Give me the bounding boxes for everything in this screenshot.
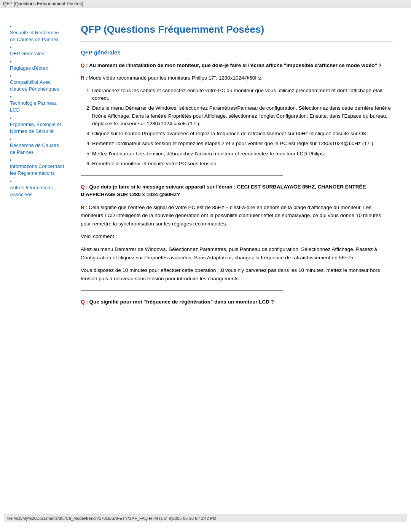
q3-question-text: : Que signifie pour moi "fréquence de ré…	[86, 299, 274, 305]
list-item: Mettez l'ordinateur hors tension, débran…	[92, 150, 392, 158]
sidebar-item: Informations Concernant les Réglementati…	[10, 157, 65, 177]
sidebar-link[interactable]: Recherche de Causes de Pannes	[10, 142, 65, 156]
q1-intro-text: : Mode vidéo recommandé pour les moniteu…	[86, 75, 263, 81]
list-item: Remettez le moniteur et ensuite votre PC…	[92, 160, 392, 168]
sidebar-item: Recherche de Causes de Pannes	[10, 136, 65, 156]
sidebar-item: Compatibilité Avec d'autres Périphérique…	[10, 73, 65, 93]
title-bar-text: QFP (Questions Fréquemment Posées)	[3, 1, 83, 6]
q1-label: Q	[81, 62, 85, 68]
section-divider-2	[81, 290, 283, 291]
sidebar-link[interactable]: Informations Concernant les Réglementati…	[10, 163, 65, 177]
r1-label: R	[81, 75, 84, 81]
list-item: Débranchez tous les câbles et connectez …	[92, 87, 392, 102]
sidebar-item: Technologie Panneau LCD	[10, 94, 65, 113]
q2-voici: Voici comment :	[81, 232, 392, 241]
sidebar-item: Réglages d'écran	[10, 59, 65, 72]
sidebar-item: Sécurité et Recherche de Causes de Panne…	[10, 24, 65, 43]
sidebar-link[interactable]: Ergonomie, Écologie et Normes de Sécurit…	[10, 121, 65, 135]
q1-answer-intro: R : Mode vidéo recommandé pour les monit…	[81, 74, 392, 82]
question-2-text: Q : Que dois-je faire si le message suiv…	[81, 183, 392, 199]
q2-answer-para1: R : Cela signifie que l'entrée de signal…	[81, 203, 392, 228]
sidebar-item: Ergonomie, Écologie et Normes de Sécurit…	[10, 115, 65, 135]
question-block-2: Q : Que dois-je faire si le message suiv…	[81, 183, 392, 283]
q2-answer-para2: Allez au menu Démarrer de Windows. Sélec…	[81, 245, 392, 262]
sidebar-link[interactable]: Autres Informations Associées	[10, 184, 65, 198]
q1-question-text: : Au moment de l'installation de mon mon…	[86, 62, 382, 68]
list-item: Remettez l'ordinateur sous tension et ré…	[92, 140, 392, 147]
sidebar-link[interactable]: Technologie Panneau LCD	[10, 100, 65, 113]
status-bar: file:///D|/My%20Documents/dfu/C6_Model/f…	[4, 514, 407, 522]
question-3-text: Q : Que signifie pour moi "fréquence de …	[81, 298, 392, 306]
q2-para1-text: : Cela signifie que l'entrée de signal d…	[81, 204, 381, 227]
question-block-1: Q : Au moment de l'installation de mon m…	[81, 62, 392, 168]
q1-steps-list: Débranchez tous les câbles et connectez …	[81, 87, 392, 168]
q2-label: Q	[81, 184, 85, 190]
q2-answer-para3: Vous disposez de 10 minutes pour effectu…	[81, 266, 392, 283]
page-wrapper: Sécurité et Recherche de Causes de Panne…	[4, 12, 407, 522]
list-item: Cliquez sur le bouton Propriétés avancée…	[92, 130, 392, 137]
sidebar-item: Autres Informations Associées	[10, 179, 65, 198]
sidebar-link[interactable]: QFP Générales	[10, 50, 65, 57]
page-title: QFP (Questions Fréquemment Posées)	[81, 24, 392, 35]
status-bar-text: file:///D|/My%20Documents/dfu/C6_Model/f…	[7, 516, 216, 521]
r2-label: R	[81, 204, 84, 210]
sidebar-item: QFP Générales	[10, 45, 65, 57]
content-area: QFP (Questions Fréquemment Posées) QFP g…	[69, 20, 407, 506]
sidebar-link[interactable]: Compatibilité Avec d'autres Périphérique…	[10, 79, 65, 93]
sidebar: Sécurité et Recherche de Causes de Panne…	[4, 20, 69, 506]
section-divider-1	[81, 175, 283, 176]
title-divider	[81, 41, 392, 42]
title-bar: QFP (Questions Fréquemment Posées)	[0, 0, 411, 8]
question-block-3: Q : Que signifie pour moi "fréquence de …	[81, 298, 392, 306]
sidebar-link[interactable]: Sécurité et Recherche de Causes de Panne…	[10, 29, 65, 43]
q3-label: Q	[81, 299, 85, 305]
sidebar-link[interactable]: Réglages d'écran	[10, 65, 65, 72]
question-1-text: Q : Au moment de l'installation de mon m…	[81, 62, 392, 69]
q2-question-text: : Que dois-je faire si le message suivan…	[81, 184, 366, 197]
section-heading: QFP générales	[81, 49, 392, 56]
list-item: Dans le menu Démarrer de Windows, sélect…	[92, 104, 392, 128]
